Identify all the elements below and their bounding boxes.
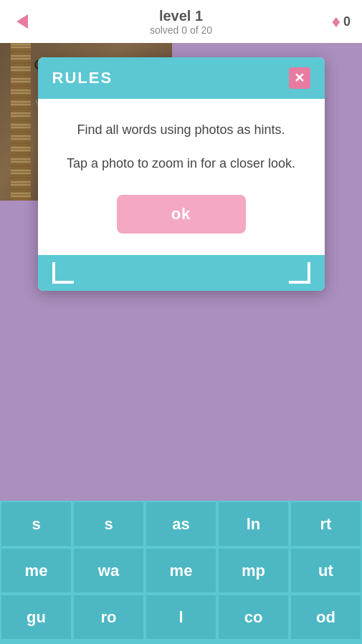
modal-text-2: Tap a photo to zoom in for a closer look… <box>67 154 296 173</box>
modal-overlay: RULES ✕ Find all words using photos as h… <box>0 43 362 501</box>
header: level 1 solved 0 of 20 ♦ 0 <box>0 0 362 43</box>
bracket-left-icon <box>52 262 74 284</box>
bracket-right-icon <box>289 262 310 284</box>
diamond-count: 0 <box>343 14 351 29</box>
letter-cell[interactable]: wa <box>72 547 145 594</box>
modal-header: RULES ✕ <box>38 57 325 99</box>
diamond-icon: ♦ <box>332 11 340 32</box>
letter-row-3: gu ro l co od <box>0 594 362 640</box>
header-title-wrap: level 1 solved 0 of 20 <box>150 8 212 36</box>
letter-cell[interactable]: as <box>145 501 217 547</box>
modal-title: RULES <box>52 69 113 87</box>
letter-cell[interactable]: ln <box>217 501 290 547</box>
modal-text-1: Find all words using photos as hints. <box>67 120 296 140</box>
modal-close-button[interactable]: ✕ <box>289 67 310 89</box>
letter-cell[interactable]: l <box>145 594 217 640</box>
back-button[interactable] <box>11 11 33 32</box>
modal-body: Find all words using photos as hints. Ta… <box>38 99 325 255</box>
letter-cell[interactable]: mp <box>217 547 290 594</box>
letter-cell[interactable]: me <box>145 547 217 594</box>
letter-cell[interactable]: me <box>0 547 72 594</box>
letter-cell[interactable]: s <box>0 501 72 547</box>
letter-cell[interactable]: co <box>217 594 290 640</box>
letter-cell[interactable]: rt <box>290 501 362 547</box>
diamond-wrap: ♦ 0 <box>332 11 351 32</box>
back-arrow-icon <box>16 14 28 29</box>
solved-count: solved 0 of 20 <box>150 24 212 36</box>
main-area: RULES ✕ Find all words using photos as h… <box>0 43 362 501</box>
letter-cell[interactable]: ro <box>72 594 145 640</box>
letter-row-2: me wa me mp ut <box>0 547 362 594</box>
ok-button[interactable]: ok <box>117 195 246 234</box>
letter-cell[interactable]: s <box>72 501 145 547</box>
letter-cell[interactable]: gu <box>0 594 72 640</box>
letter-grid: s s as ln rt me wa me mp ut gu ro l co o… <box>0 501 362 640</box>
level-title: level 1 <box>150 8 212 24</box>
rules-modal: RULES ✕ Find all words using photos as h… <box>38 57 325 291</box>
letter-row-1: s s as ln rt <box>0 501 362 547</box>
letter-cell[interactable]: od <box>290 594 362 640</box>
letter-cell[interactable]: ut <box>290 547 362 594</box>
bracket-bar <box>38 255 325 291</box>
